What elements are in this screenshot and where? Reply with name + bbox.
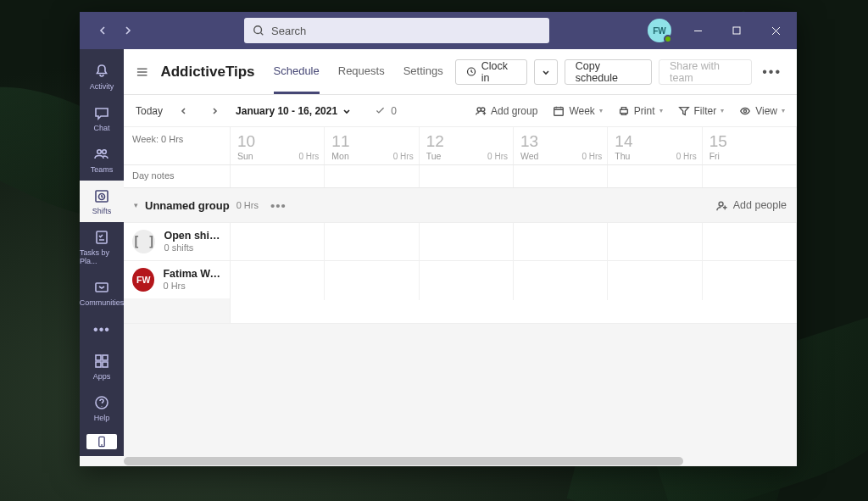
day-hours: 0 Hrs — [676, 152, 697, 161]
header-more-button[interactable]: ••• — [759, 64, 785, 80]
chevron-down-icon — [342, 107, 351, 115]
chevron-down-icon — [542, 68, 550, 76]
add-group-button[interactable]: Add group — [475, 105, 537, 117]
rail-communities[interactable]: Communities — [80, 272, 124, 314]
shift-cell[interactable] — [608, 223, 702, 262]
day-column[interactable]: 11Mon0 Hrs — [325, 127, 419, 164]
day-hours: 0 Hrs — [393, 152, 414, 161]
shift-cell[interactable] — [514, 223, 608, 262]
rail-chat[interactable]: Chat — [80, 97, 124, 139]
day-column[interactable]: 14Thu0 Hrs — [608, 127, 702, 164]
avatar: FW — [132, 268, 154, 292]
svg-rect-9 — [103, 355, 108, 360]
svg-rect-11 — [103, 362, 108, 367]
shift-cell[interactable] — [514, 261, 608, 300]
shift-cell[interactable] — [231, 223, 325, 262]
date-range-picker[interactable]: January 10 - 16, 2021 — [236, 105, 351, 117]
day-note-cell[interactable] — [420, 165, 514, 187]
print-button[interactable]: Print▾ — [618, 105, 663, 117]
day-note-cell[interactable] — [514, 165, 608, 187]
group-more-button[interactable]: ••• — [270, 198, 287, 213]
search-input[interactable]: Search — [244, 18, 549, 43]
hamburger-icon[interactable] — [136, 65, 148, 79]
window-minimize-button[interactable] — [680, 12, 715, 49]
day-column[interactable]: 15Fri — [703, 127, 797, 164]
window-close-button[interactable] — [758, 12, 793, 49]
schedule-row: FW Fatima Wa...0 Hrs — [124, 260, 797, 299]
shift-cell[interactable] — [420, 223, 514, 262]
add-people-button[interactable]: Add people — [715, 199, 787, 212]
day-number: 13 — [520, 132, 600, 151]
schedule-toolbar: Today January 10 - 16, 2021 0 Add group — [124, 95, 797, 127]
day-number: 12 — [426, 132, 506, 151]
rail-activity[interactable]: Activity — [80, 56, 124, 97]
help-icon — [93, 394, 110, 411]
day-note-cell[interactable] — [703, 165, 797, 187]
shift-cell[interactable] — [231, 261, 325, 300]
rail-apps[interactable]: Apps — [80, 346, 124, 387]
rail-help[interactable]: Help — [80, 387, 124, 429]
nav-back-button[interactable] — [92, 19, 114, 42]
conflicts-indicator[interactable]: 0 — [375, 105, 397, 117]
filter-button[interactable]: Filter▾ — [678, 105, 725, 117]
rail-mobile-button[interactable] — [86, 434, 117, 449]
scroll-thumb[interactable] — [124, 457, 683, 465]
day-column[interactable]: 12Tue0 Hrs — [420, 127, 514, 164]
tab-strip: Schedule Requests Settings — [274, 49, 443, 94]
day-number: 14 — [615, 132, 694, 151]
svg-point-20 — [719, 202, 723, 206]
shift-cell[interactable] — [325, 261, 419, 300]
rail-tasks[interactable]: Tasks by Pla... — [80, 222, 124, 272]
day-note-cell[interactable] — [325, 165, 419, 187]
view-options-button[interactable]: View▾ — [739, 105, 785, 117]
window-maximize-button[interactable] — [719, 12, 754, 49]
copy-schedule-button[interactable]: Copy schedule — [565, 59, 652, 85]
shift-cell[interactable] — [703, 261, 797, 300]
rail-more-button[interactable]: ••• — [93, 314, 110, 346]
app-rail: Activity Chat Teams Shifts Tasks by Pla.… — [80, 49, 124, 456]
clock-in-button[interactable]: Clock in — [455, 59, 527, 85]
horizontal-scrollbar[interactable] — [80, 456, 797, 466]
shift-cell[interactable] — [325, 223, 419, 262]
clock-icon — [466, 66, 476, 77]
row-title: Open shifts — [164, 230, 221, 242]
tab-settings[interactable]: Settings — [403, 49, 443, 94]
day-header-row: Week: 0 Hrs 10Sun0 Hrs11Mon0 Hrs12Tue0 H… — [124, 127, 797, 165]
row-label[interactable]: FW Fatima Wa...0 Hrs — [124, 261, 231, 298]
chat-icon — [93, 104, 110, 121]
shift-cell[interactable] — [608, 261, 702, 300]
user-avatar[interactable]: FW — [648, 19, 671, 42]
group-name[interactable]: Unnamed group — [145, 199, 230, 212]
week-summary: Week: 0 Hrs — [124, 127, 231, 164]
collapse-group-button[interactable]: ▾ — [134, 201, 138, 209]
rail-teams[interactable]: Teams — [80, 139, 124, 181]
schedule-row: [ ] Open shifts0 shifts — [124, 222, 797, 261]
clock-in-dropdown[interactable] — [534, 59, 558, 85]
prev-week-button[interactable] — [175, 102, 193, 120]
view-mode-select[interactable]: Week▾ — [553, 105, 602, 117]
day-column[interactable]: 10Sun0 Hrs — [231, 127, 325, 164]
rail-shifts[interactable]: Shifts — [80, 181, 124, 222]
row-label[interactable]: [ ] Open shifts0 shifts — [124, 223, 231, 260]
day-column[interactable]: 13Wed0 Hrs — [514, 127, 608, 164]
page-header: AddictiveTips Schedule Requests Settings… — [124, 49, 797, 95]
today-button[interactable]: Today — [136, 105, 163, 117]
svg-point-0 — [254, 26, 262, 34]
titlebar: Search FW — [80, 12, 797, 49]
presence-indicator — [664, 35, 672, 43]
tab-requests[interactable]: Requests — [338, 49, 385, 94]
svg-rect-1 — [733, 27, 740, 34]
day-note-cell[interactable] — [231, 165, 325, 187]
shift-cell[interactable] — [420, 261, 514, 300]
tab-schedule[interactable]: Schedule — [274, 49, 320, 94]
day-notes-row: Day notes — [124, 165, 797, 188]
shift-cell[interactable] — [703, 223, 797, 262]
nav-forward-button[interactable] — [117, 19, 139, 42]
add-group-icon — [475, 105, 487, 117]
svg-point-19 — [744, 109, 747, 112]
svg-rect-8 — [96, 355, 101, 360]
people-icon — [93, 146, 110, 163]
day-note-cell[interactable] — [608, 165, 702, 187]
next-week-button[interactable] — [205, 102, 224, 120]
share-with-team-button[interactable]: Share with team — [659, 59, 752, 85]
